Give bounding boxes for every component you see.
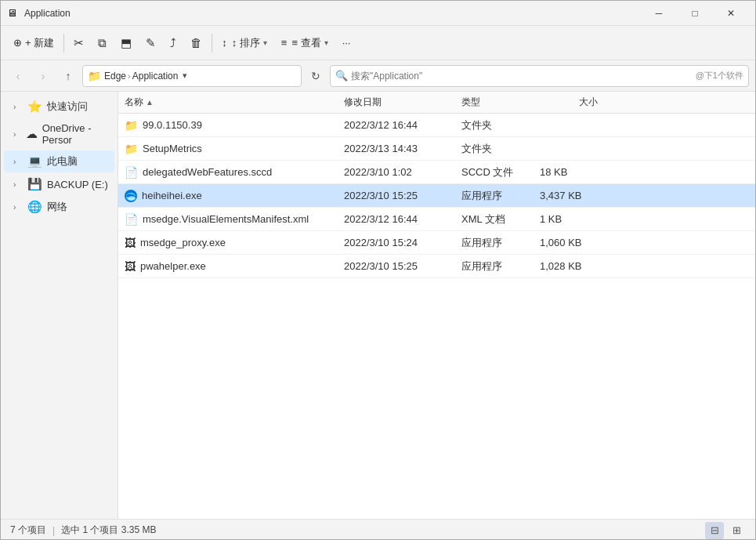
breadcrumb-part-1: Edge <box>104 71 126 82</box>
sidebar-icon-onedrive: ☁ <box>26 127 38 141</box>
view-controls: ⊟ ⊞ <box>705 522 746 539</box>
maximize-button[interactable]: □ <box>677 1 713 26</box>
table-row[interactable]: 🖼pwahelper.exe2022/3/10 15:25应用程序1,028 K… <box>118 255 755 278</box>
search-input[interactable] <box>351 71 693 82</box>
file-icon: 🖼 <box>125 237 136 249</box>
forward-button[interactable]: › <box>32 65 54 87</box>
back-button[interactable]: ‹ <box>7 65 29 87</box>
file-type: SCCD 文件 <box>455 165 534 179</box>
svg-point-2 <box>128 196 136 201</box>
view-label: ≡ 查看 <box>291 36 320 50</box>
sidebar-item-backup[interactable]: ›💾BACKUP (E:) <box>4 173 114 195</box>
share-button[interactable]: ⤴ <box>164 31 183 56</box>
sort-label: ↕ 排序 <box>232 36 260 50</box>
sidebar-item-quickaccess[interactable]: ›⭐快速访问 <box>4 96 114 118</box>
status-bar: 7 个项目 | 选中 1 个项目 3.35 MB ⊟ ⊞ <box>1 519 755 540</box>
file-date: 2022/3/10 15:24 <box>338 237 455 248</box>
table-row[interactable]: 🖼msedge_proxy.exe2022/3/10 15:24应用程序1,06… <box>118 231 755 255</box>
file-date: 2022/3/10 15:25 <box>338 260 455 272</box>
view-icon: ≡ <box>281 37 288 49</box>
header-type-label: 类型 <box>461 96 480 109</box>
file-type: 文件夹 <box>455 142 534 156</box>
file-name: SetupMetrics <box>143 143 202 154</box>
cut-button[interactable]: ✂ <box>67 31 90 56</box>
file-date: 2022/3/10 1:02 <box>338 166 455 178</box>
title-bar: 🖥 Application ─ □ ✕ <box>1 1 755 26</box>
toolbar-separator-1 <box>63 34 64 53</box>
file-name: pwahelper.exe <box>140 260 206 272</box>
sidebar-label-quickaccess: 快速访问 <box>47 100 88 114</box>
table-row[interactable]: 📁99.0.1150.392022/3/12 16:44文件夹 <box>118 114 755 137</box>
delete-icon: 🗑 <box>190 36 202 49</box>
file-date: 2022/3/10 15:25 <box>338 190 455 201</box>
sidebar-icon-thispc: 💻 <box>27 154 42 169</box>
file-date: 2022/3/12 16:44 <box>338 119 455 131</box>
separator: | <box>52 525 55 536</box>
breadcrumb-dropdown-icon[interactable]: ▾ <box>183 71 187 81</box>
header-size[interactable]: 大小 <box>534 92 604 113</box>
minimize-button[interactable]: ─ <box>641 1 677 26</box>
copy-icon: ⧉ <box>98 36 107 50</box>
sort-button[interactable]: ↕ ↕ 排序 ▾ <box>215 31 273 56</box>
file-icon: 📁 <box>125 143 138 155</box>
address-bar: ‹ › ↑ 📁 Edge › Application ▾ ↻ 🔍 @下1个软件 <box>1 60 755 92</box>
file-icon: 📄 <box>125 213 138 226</box>
expand-icon: › <box>13 103 23 111</box>
header-name[interactable]: 名称 ▲ <box>118 92 338 113</box>
file-date: 2022/3/12 16:44 <box>338 213 455 225</box>
expand-icon: › <box>13 203 23 212</box>
title-bar-controls: ─ □ ✕ <box>641 1 749 26</box>
more-icon: ··· <box>342 37 351 49</box>
file-name-cell: heiheihei.exe <box>118 190 338 202</box>
file-name: heiheihei.exe <box>142 190 202 201</box>
sidebar-label-backup: BACKUP (E:) <box>47 179 108 190</box>
toolbar-separator-2 <box>212 34 212 53</box>
refresh-button[interactable]: ↻ <box>305 65 327 87</box>
table-row[interactable]: 📄delegatedWebFeatures.sccd2022/3/10 1:02… <box>118 161 755 184</box>
table-row[interactable]: 📁SetupMetrics2022/3/13 14:43文件夹 <box>118 137 755 161</box>
sort-dropdown-icon: ▾ <box>263 38 267 47</box>
file-size: 3,437 KB <box>534 190 604 201</box>
sort-icon: ↕ <box>222 37 227 49</box>
details-view-button[interactable]: ⊟ <box>705 522 724 539</box>
view-button[interactable]: ≡ ≡ 查看 ▾ <box>275 31 335 56</box>
more-button[interactable]: ··· <box>336 31 357 56</box>
header-type[interactable]: 类型 <box>455 92 534 113</box>
copy-button[interactable]: ⧉ <box>92 31 113 56</box>
edge-app-icon <box>125 190 137 202</box>
file-size: 1,060 KB <box>534 237 604 248</box>
rename-button[interactable]: ✎ <box>139 31 162 56</box>
header-date[interactable]: 修改日期 <box>338 92 455 113</box>
share-icon: ⤴ <box>170 36 176 49</box>
rename-icon: ✎ <box>146 36 156 50</box>
file-type: XML 文档 <box>455 212 534 227</box>
selected-info: 选中 1 个项目 3.35 MB <box>61 524 156 537</box>
breadcrumb-bar[interactable]: 📁 Edge › Application ▾ <box>82 65 302 87</box>
sidebar-item-network[interactable]: ›🌐网络 <box>4 196 114 218</box>
sidebar-item-thispc[interactable]: ›💻此电脑 <box>4 150 114 172</box>
file-type: 应用程序 <box>455 236 534 250</box>
toolbar: ⊕ + 新建 ✂ ⧉ ⬒ ✎ ⤴ 🗑 ↕ ↕ 排序 ▾ ≡ ≡ 查看 ▾ ··· <box>1 26 755 60</box>
item-count: 7 个项目 <box>10 524 46 537</box>
file-date: 2022/3/13 14:43 <box>338 143 455 154</box>
expand-icon: › <box>13 130 21 139</box>
tiles-view-button[interactable]: ⊞ <box>727 522 746 539</box>
file-icon: 🖼 <box>125 260 136 273</box>
sidebar: ›⭐快速访问›☁OneDrive - Persor›💻此电脑›💾BACKUP (… <box>1 92 118 519</box>
sidebar-icon-network: 🌐 <box>27 200 42 214</box>
close-button[interactable]: ✕ <box>713 1 749 26</box>
up-button[interactable]: ↑ <box>57 65 79 87</box>
table-row[interactable]: 📄msedge.VisualElementsManifest.xml2022/3… <box>118 208 755 231</box>
header-size-label: 大小 <box>579 96 598 109</box>
title-bar-text: Application <box>24 8 641 19</box>
search-bar[interactable]: 🔍 @下1个软件 <box>330 65 749 87</box>
cut-icon: ✂ <box>74 36 84 50</box>
delete-button[interactable]: 🗑 <box>184 31 208 56</box>
new-button[interactable]: ⊕ + 新建 <box>7 31 60 56</box>
table-row[interactable]: heiheihei.exe2022/3/10 15:25应用程序3,437 KB <box>118 184 755 208</box>
sidebar-item-onedrive[interactable]: ›☁OneDrive - Persor <box>4 118 114 150</box>
file-name-cell: 📄delegatedWebFeatures.sccd <box>118 166 338 179</box>
sort-asc-icon: ▲ <box>146 98 154 107</box>
paste-button[interactable]: ⬒ <box>114 31 138 56</box>
view-dropdown-icon: ▾ <box>324 38 328 47</box>
